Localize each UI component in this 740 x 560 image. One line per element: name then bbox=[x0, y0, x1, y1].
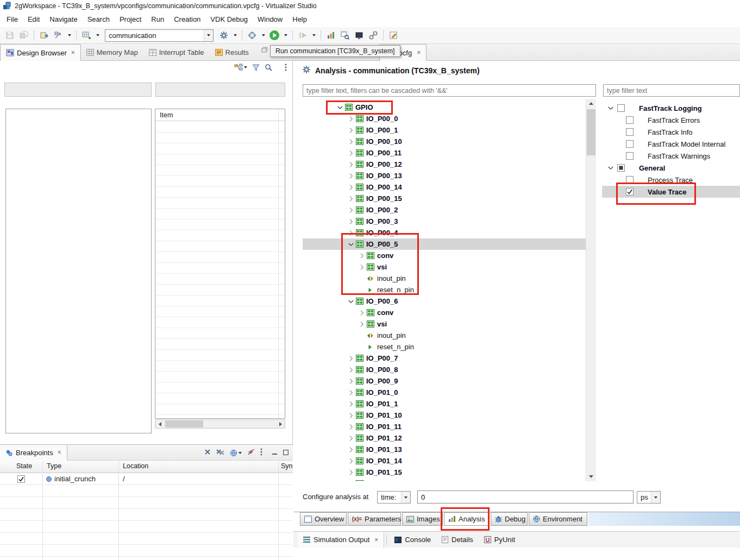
tree-item-gpio[interactable]: GPIO bbox=[303, 102, 586, 113]
menu-vdk-debug[interactable]: VDK Debug bbox=[205, 12, 253, 27]
tab-console[interactable]: Console bbox=[389, 532, 436, 548]
checkbox-checked-icon[interactable] bbox=[626, 188, 634, 196]
logging-filter-input[interactable] bbox=[603, 84, 740, 97]
collapsed-chevron-icon[interactable] bbox=[347, 137, 355, 146]
settings-gear-icon[interactable] bbox=[217, 29, 230, 42]
menu-edit[interactable]: Edit bbox=[23, 12, 45, 27]
tree-item-io-p01-11[interactable]: IO_P01_11 bbox=[303, 421, 586, 432]
collapsed-chevron-icon[interactable] bbox=[347, 229, 355, 237]
collapsed-chevron-icon[interactable] bbox=[347, 434, 355, 443]
collapsed-chevron-icon[interactable] bbox=[347, 126, 355, 135]
logging-item-fasttrack-warnings[interactable]: FastTrack Warnings bbox=[602, 150, 740, 162]
tree-item-reset-n-pin[interactable]: reset_n_pin bbox=[303, 284, 586, 295]
tree-item-reset-n-pin[interactable]: reset_n_pin bbox=[303, 341, 586, 353]
tree-item-row-33[interactable] bbox=[303, 478, 586, 481]
tab-design-browser[interactable]: Design Browser× bbox=[0, 44, 81, 61]
vscroll-thumb[interactable] bbox=[587, 109, 595, 155]
tree-view-icon[interactable] bbox=[234, 64, 247, 71]
tree-item-io-p00-3[interactable]: IO_P00_3 bbox=[303, 216, 586, 227]
hscroll-track[interactable] bbox=[164, 420, 276, 428]
tree-item-io-p01-10[interactable]: IO_P01_10 bbox=[303, 410, 586, 421]
scroll-left-icon[interactable] bbox=[155, 420, 164, 428]
checkbox-unchecked-icon[interactable] bbox=[617, 104, 625, 112]
collapsed-chevron-icon[interactable] bbox=[358, 251, 366, 260]
close-icon[interactable]: × bbox=[71, 49, 75, 56]
collapsed-chevron-icon[interactable] bbox=[347, 411, 355, 420]
link-icon[interactable] bbox=[367, 29, 380, 42]
resume-icon[interactable] bbox=[296, 29, 309, 42]
tree-item-vsi[interactable]: vsi bbox=[303, 318, 586, 330]
unit-combo[interactable]: ps bbox=[637, 491, 661, 504]
tab-overview[interactable]: Overview bbox=[300, 512, 347, 526]
item-table-body[interactable] bbox=[155, 122, 285, 418]
menu-project[interactable]: Project bbox=[115, 12, 146, 27]
tree-item-io-p00-2[interactable]: IO_P00_2 bbox=[303, 204, 586, 216]
monitor-icon[interactable] bbox=[353, 29, 366, 42]
time-mode-combo[interactable]: time: bbox=[377, 491, 411, 504]
tree-item-io-p00-9[interactable]: IO_P00_9 bbox=[303, 375, 586, 387]
collapsed-chevron-icon[interactable] bbox=[347, 377, 355, 386]
collapsed-chevron-icon[interactable] bbox=[347, 172, 355, 180]
expanded-chevron-icon[interactable] bbox=[606, 163, 615, 172]
table-search-icon[interactable] bbox=[338, 29, 352, 42]
logging-item-fasttrack-model-internal[interactable]: FastTrack Model Internal bbox=[602, 138, 740, 150]
run-button[interactable] bbox=[268, 29, 281, 42]
tab-images[interactable]: Images bbox=[402, 512, 443, 526]
filter-icon[interactable] bbox=[252, 64, 260, 71]
view-menu-icon[interactable] bbox=[285, 64, 287, 71]
collapsed-chevron-icon[interactable] bbox=[347, 354, 355, 363]
remove-breakpoint-icon[interactable] bbox=[204, 449, 211, 457]
tree-item-io-p01-15[interactable]: IO_P01_15 bbox=[303, 467, 586, 478]
collapsed-chevron-icon[interactable] bbox=[358, 309, 366, 317]
tree-item-io-p00-7[interactable]: IO_P00_7 bbox=[303, 353, 586, 364]
menu-navigate[interactable]: Navigate bbox=[45, 12, 82, 27]
column-header-type[interactable]: Type bbox=[47, 462, 61, 470]
tree-item-io-p00-6[interactable]: IO_P00_6 bbox=[303, 295, 586, 307]
tree-view-caret[interactable] bbox=[244, 66, 247, 68]
resume-caret[interactable] bbox=[310, 29, 317, 42]
collapsed-chevron-icon[interactable] bbox=[347, 149, 355, 158]
run-button-caret[interactable] bbox=[282, 29, 289, 42]
tree-item-io-p00-12[interactable]: IO_P00_12 bbox=[303, 159, 586, 170]
tree-item-conv[interactable]: conv bbox=[303, 250, 586, 261]
search-icon[interactable] bbox=[265, 64, 272, 71]
skip-all-breakpoints-icon[interactable] bbox=[247, 448, 255, 457]
menu-run[interactable]: Run bbox=[146, 12, 169, 27]
expanded-chevron-icon[interactable] bbox=[347, 240, 355, 249]
new-table-caret[interactable] bbox=[94, 29, 101, 42]
tree-item-inout-pin[interactable]: inout_pin bbox=[303, 273, 586, 284]
run-history-icon[interactable] bbox=[52, 29, 65, 42]
tree-item-io-p00-0[interactable]: IO_P00_0 bbox=[303, 113, 586, 124]
menu-window[interactable]: Window bbox=[253, 12, 287, 27]
tab-environment[interactable]: Environment bbox=[529, 512, 587, 526]
time-mode-caret-icon[interactable] bbox=[401, 492, 410, 503]
settings-gear-caret[interactable] bbox=[231, 29, 239, 42]
collapsed-chevron-icon[interactable] bbox=[358, 320, 366, 329]
collapsed-chevron-icon[interactable] bbox=[358, 263, 366, 272]
new-table-icon[interactable] bbox=[80, 29, 93, 42]
expanded-chevron-icon[interactable] bbox=[347, 297, 355, 306]
collapsed-chevron-icon[interactable] bbox=[347, 160, 355, 169]
time-value-input[interactable] bbox=[417, 490, 634, 504]
design-canvas[interactable] bbox=[5, 109, 152, 433]
collapsed-chevron-icon[interactable] bbox=[347, 388, 355, 397]
collapsed-chevron-icon[interactable] bbox=[347, 480, 355, 482]
checkbox-unchecked-icon[interactable] bbox=[626, 152, 634, 160]
scroll-down-icon[interactable] bbox=[586, 472, 596, 481]
column-header-location[interactable]: Location bbox=[123, 462, 148, 470]
checkbox-unchecked-icon[interactable] bbox=[626, 116, 634, 124]
collapsed-chevron-icon[interactable] bbox=[347, 445, 355, 454]
save-icon[interactable] bbox=[3, 29, 16, 42]
breakpoint-enabled-checkbox[interactable] bbox=[17, 475, 25, 485]
maximize-icon[interactable] bbox=[283, 449, 289, 457]
launch-config-combo[interactable]: communication bbox=[105, 29, 214, 42]
tree-item-io-p00-14[interactable]: IO_P00_14 bbox=[303, 181, 586, 193]
collapsed-chevron-icon[interactable] bbox=[347, 423, 355, 431]
minimize-icon[interactable] bbox=[272, 449, 278, 457]
tree-item-io-p00-4[interactable]: IO_P00_4 bbox=[303, 227, 586, 238]
logging-item-fasttrack-info[interactable]: FastTrack Info bbox=[602, 126, 740, 138]
tree-item-io-p00-11[interactable]: IO_P00_11 bbox=[303, 147, 586, 159]
tab-analysis[interactable]: Analysis bbox=[444, 512, 490, 526]
tab-parameters[interactable]: (x)=Parameters bbox=[348, 512, 401, 526]
collapsed-chevron-icon[interactable] bbox=[347, 115, 355, 123]
